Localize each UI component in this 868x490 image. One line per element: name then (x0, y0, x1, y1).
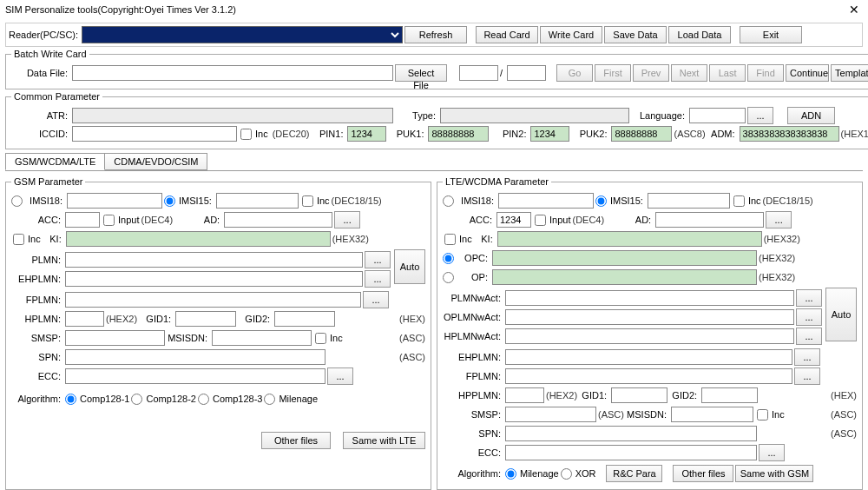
lte-ad-dots-button[interactable]: ... (766, 211, 792, 228)
lte-ehplmn-input[interactable] (505, 349, 792, 365)
lte-op-input[interactable] (492, 269, 757, 285)
lte-fplmn-input[interactable] (505, 368, 792, 384)
gsm-imsi15-input[interactable] (216, 193, 299, 209)
lte-input-check[interactable] (535, 215, 546, 226)
batch-total-input[interactable] (507, 65, 546, 81)
lte-hplmnwact-dots-button[interactable]: ... (796, 328, 822, 345)
template-button[interactable]: Template (831, 64, 868, 82)
lte-hplmnwact-input[interactable] (505, 328, 794, 344)
lte-ki-input[interactable] (497, 231, 762, 247)
gsm-fplmn-dots-button[interactable]: ... (363, 291, 389, 308)
puk2-input[interactable] (611, 126, 672, 142)
write-card-button[interactable]: Write Card (540, 26, 602, 43)
gsm-input-check[interactable] (103, 215, 115, 226)
lte-imsi18-input[interactable] (498, 193, 594, 209)
gsm-imsi18-input[interactable] (67, 193, 162, 209)
gsm-ki-input[interactable] (66, 231, 331, 247)
gsm-ad-dots-button[interactable]: ... (334, 211, 360, 228)
refresh-button[interactable]: Refresh (404, 26, 467, 43)
read-card-button[interactable]: Read Card (476, 26, 538, 43)
lte-ecc-input[interactable] (505, 445, 757, 460)
batch-pos-input[interactable] (459, 65, 498, 81)
go-button[interactable]: Go (556, 64, 593, 82)
lte-imsi15-radio[interactable] (595, 195, 607, 207)
prev-button[interactable]: Prev (633, 64, 669, 82)
next-button[interactable]: Next (671, 64, 707, 82)
lte-same-gsm-button[interactable]: Same with GSM (735, 465, 813, 482)
find-button[interactable]: Find (747, 64, 784, 82)
lte-alg1-radio[interactable] (505, 468, 516, 480)
lte-opc-input[interactable] (492, 250, 757, 266)
gsm-fplmn-input[interactable] (65, 292, 361, 308)
lte-ehplmn-dots-button[interactable]: ... (794, 348, 820, 366)
load-data-button[interactable]: Load Data (668, 26, 731, 43)
pin1-input[interactable] (347, 126, 386, 142)
lte-plmnwact-dots-button[interactable]: ... (796, 289, 822, 307)
gsm-alg3-radio[interactable] (198, 394, 209, 405)
gsm-same-lte-button[interactable]: Same with LTE (343, 432, 425, 449)
gsm-ki-inc-check[interactable] (13, 234, 24, 245)
gsm-ad-input[interactable] (224, 212, 332, 228)
gsm-smsp-input[interactable] (65, 330, 165, 346)
language-dots-button[interactable]: ... (747, 107, 773, 124)
lte-ecc-dots-button[interactable]: ... (759, 444, 785, 461)
lte-rc-para-button[interactable]: R&C Para (606, 465, 662, 482)
lte-msisdn-input[interactable] (671, 407, 753, 422)
tab-cdma-evdo-csim[interactable]: CDMA/EVDO/CSIM (104, 153, 207, 170)
lte-fplmn-dots-button[interactable]: ... (794, 368, 820, 385)
lte-acc-input[interactable] (496, 212, 531, 228)
lte-other-files-button[interactable]: Other files (673, 465, 733, 482)
lte-opc-radio[interactable] (443, 253, 454, 264)
language-input[interactable] (689, 108, 746, 123)
lte-spn-input[interactable] (505, 426, 757, 441)
pin2-input[interactable] (530, 126, 569, 142)
puk1-input[interactable] (428, 126, 489, 142)
gsm-msisdn-input[interactable] (212, 330, 312, 346)
lte-plmnwact-input[interactable] (505, 290, 794, 306)
select-file-button[interactable]: Select File (395, 64, 447, 82)
lte-msisdn-inc-check[interactable] (757, 409, 768, 420)
adm-input[interactable] (740, 126, 839, 142)
gsm-imsi15-radio[interactable] (164, 195, 175, 207)
gsm-acc-input[interactable] (65, 212, 100, 228)
tab-gsm-wcdma-lte[interactable]: GSM/WCDMA/LTE (5, 153, 105, 170)
gsm-msisdn-inc-check[interactable] (315, 333, 326, 344)
gsm-imsi18-radio[interactable] (11, 195, 23, 207)
gsm-plmn-dots-button[interactable]: ... (365, 251, 391, 268)
gsm-gid2-input[interactable] (274, 311, 335, 327)
gsm-spn-input[interactable] (65, 349, 326, 365)
lte-op-radio[interactable] (443, 272, 454, 283)
adn-button[interactable]: ADN (787, 107, 835, 124)
lte-alg2-radio[interactable] (561, 468, 572, 480)
reader-select[interactable] (82, 26, 403, 43)
save-data-button[interactable]: Save Data (604, 26, 667, 43)
gsm-plmn-input[interactable] (65, 252, 363, 268)
gsm-ecc-dots-button[interactable]: ... (327, 368, 353, 385)
lte-oplmnwact-dots-button[interactable]: ... (796, 308, 822, 326)
gsm-alg2-radio[interactable] (131, 394, 142, 405)
first-button[interactable]: First (595, 64, 631, 82)
lte-ki-inc-check[interactable] (444, 234, 456, 245)
lte-smsp-input[interactable] (505, 407, 596, 422)
lte-gid2-input[interactable] (701, 387, 758, 403)
gsm-imsi-inc-check[interactable] (302, 195, 313, 207)
last-button[interactable]: Last (709, 64, 746, 82)
lte-oplmnwact-input[interactable] (505, 309, 794, 325)
close-icon[interactable]: ✕ (845, 3, 863, 17)
iccid-inc-check[interactable] (240, 129, 252, 140)
gsm-ehplmn-dots-button[interactable]: ... (365, 270, 391, 288)
gsm-auto-button[interactable]: Auto (394, 249, 425, 284)
gsm-hplmn-input[interactable] (65, 311, 104, 327)
gsm-ehplmn-input[interactable] (65, 271, 363, 287)
lte-imsi15-input[interactable] (648, 193, 730, 209)
gsm-alg1-radio[interactable] (65, 394, 76, 405)
lte-gid1-input[interactable] (611, 387, 667, 403)
lte-hpplmn-input[interactable] (505, 387, 544, 403)
lte-ad-input[interactable] (655, 212, 764, 228)
lte-auto-button[interactable]: Auto (825, 288, 857, 341)
gsm-alg4-radio[interactable] (264, 394, 275, 405)
gsm-ecc-input[interactable] (65, 368, 326, 384)
gsm-other-files-button[interactable]: Other files (261, 432, 331, 449)
continue-button[interactable]: Continue (786, 64, 829, 82)
data-file-input[interactable] (72, 65, 393, 81)
